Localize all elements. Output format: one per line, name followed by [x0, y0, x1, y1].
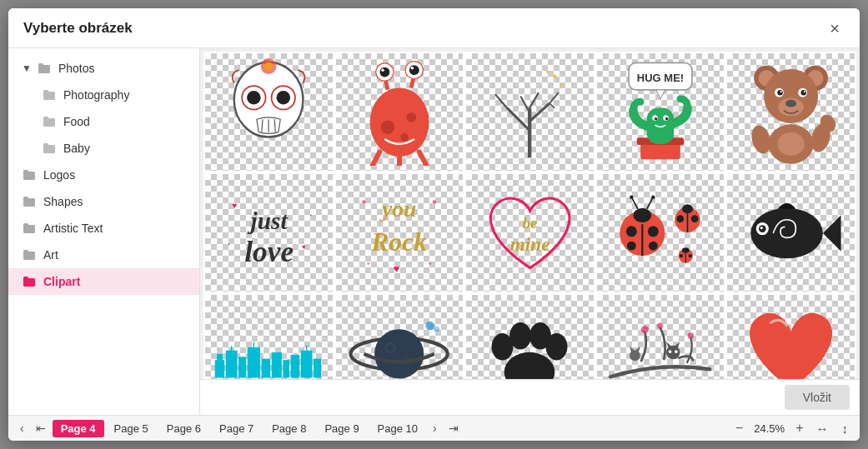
- svg-line-22: [372, 152, 379, 167]
- svg-point-132: [657, 322, 663, 328]
- image-cell-paw[interactable]: [464, 293, 595, 379]
- fit-page-button[interactable]: ↕: [837, 420, 854, 437]
- svg-point-137: [669, 350, 672, 353]
- image-cell-be-mine[interactable]: be mine: [464, 172, 595, 293]
- modal-footer: Vložit: [200, 379, 860, 415]
- svg-text:mine: mine: [510, 233, 550, 255]
- sidebar-clipart-label: Clipart: [43, 275, 80, 288]
- page-prev-button[interactable]: ‹: [15, 419, 29, 437]
- page-button-4[interactable]: Page 4: [53, 420, 104, 437]
- image-cell-planet[interactable]: [334, 293, 465, 379]
- folder-icon: [42, 141, 57, 156]
- image-cell-skull[interactable]: [203, 52, 334, 172]
- image-cell-you-rock[interactable]: you Rock ♥: [334, 172, 465, 293]
- svg-point-138: [675, 350, 678, 353]
- svg-line-33: [529, 92, 539, 107]
- image-cell-bear[interactable]: [725, 52, 856, 172]
- sidebar-baby-label: Baby: [63, 142, 90, 155]
- sidebar-art-label: Art: [43, 248, 58, 262]
- svg-text:love: love: [244, 236, 294, 268]
- page-button-8[interactable]: Page 8: [263, 420, 314, 437]
- svg-line-26: [507, 107, 529, 130]
- modal-title: Vyberte obrázek: [23, 20, 133, 37]
- svg-point-46: [665, 117, 668, 119]
- page-next-button[interactable]: ›: [428, 419, 442, 437]
- zoom-in-button[interactable]: +: [791, 419, 807, 437]
- image-cell-tree[interactable]: [464, 52, 595, 172]
- svg-point-3: [247, 90, 261, 104]
- svg-point-97: [682, 247, 690, 253]
- folder-icon: [22, 194, 37, 209]
- image-cell-fish[interactable]: [725, 172, 856, 293]
- image-cell-heart[interactable]: [725, 293, 856, 379]
- svg-rect-106: [214, 360, 223, 377]
- svg-point-21: [410, 67, 414, 70]
- svg-rect-112: [271, 352, 281, 378]
- sidebar-photography-label: Photography: [63, 88, 129, 102]
- sidebar-item-clipart[interactable]: Clipart: [8, 268, 199, 295]
- svg-point-88: [630, 195, 633, 198]
- zoom-area: − 24.5% + ↔ ↕: [731, 419, 853, 437]
- page-first-button[interactable]: ⇤: [31, 419, 51, 437]
- sidebar-item-food[interactable]: Food: [8, 108, 199, 135]
- svg-line-31: [549, 103, 554, 107]
- fit-width-button[interactable]: ↔: [811, 420, 834, 437]
- svg-rect-115: [300, 351, 312, 378]
- sidebar-artistic-text-label: Artistic Text: [43, 222, 103, 235]
- svg-point-9: [265, 62, 273, 69]
- svg-point-81: [634, 207, 652, 222]
- modal-close-button[interactable]: ×: [825, 18, 845, 38]
- svg-line-87: [631, 197, 638, 208]
- image-cell-ladybugs[interactable]: [595, 172, 726, 293]
- page-button-10[interactable]: Page 10: [369, 420, 426, 437]
- svg-text:just: just: [247, 207, 288, 234]
- content-area: HUG ME!: [200, 48, 860, 415]
- svg-rect-114: [290, 355, 299, 377]
- zoom-out-button[interactable]: −: [731, 419, 747, 437]
- page-button-7[interactable]: Page 7: [211, 420, 262, 437]
- page-last-button[interactable]: ⇥: [444, 419, 464, 437]
- insert-button[interactable]: Vložit: [785, 385, 850, 410]
- svg-point-61: [777, 132, 804, 155]
- sidebar-item-baby[interactable]: Baby: [8, 135, 199, 162]
- svg-point-11: [380, 120, 394, 134]
- svg-point-84: [648, 226, 659, 237]
- svg-rect-107: [217, 354, 223, 361]
- sidebar-item-photography[interactable]: Photography: [8, 82, 199, 108]
- svg-text:you: you: [379, 197, 416, 222]
- image-cell-cityscape[interactable]: [203, 293, 334, 379]
- page-button-6[interactable]: Page 6: [158, 420, 209, 437]
- folder-icon: [22, 247, 37, 262]
- svg-point-134: [666, 345, 680, 358]
- image-grid: HUG ME!: [200, 48, 860, 379]
- svg-line-24: [419, 152, 427, 167]
- sidebar-item-logos[interactable]: Logos: [8, 162, 199, 188]
- image-cell-branch[interactable]: [595, 293, 726, 379]
- zoom-level: 24.5%: [750, 422, 788, 435]
- folder-icon: [42, 87, 57, 102]
- svg-point-45: [655, 117, 657, 119]
- sidebar-item-art[interactable]: Art: [8, 242, 199, 268]
- svg-point-13: [400, 132, 408, 140]
- svg-point-76: [367, 262, 369, 265]
- svg-point-130: [546, 333, 568, 361]
- svg-line-29: [529, 103, 549, 122]
- svg-point-124: [426, 321, 435, 330]
- page-button-5[interactable]: Page 5: [106, 420, 157, 437]
- image-cell-cactus[interactable]: HUG ME!: [595, 52, 726, 172]
- svg-text:♥: ♥: [302, 243, 306, 251]
- sidebar-item-artistic-text[interactable]: Artistic Text: [8, 215, 199, 242]
- sidebar: ▼ Photos Photography Food: [8, 48, 200, 415]
- sidebar-item-photos[interactable]: ▼ Photos: [8, 55, 199, 82]
- modal-header: Vyberte obrázek ×: [8, 8, 860, 48]
- svg-line-30: [549, 92, 559, 103]
- svg-text:Rock: Rock: [370, 227, 427, 257]
- svg-point-94: [677, 215, 685, 222]
- image-cell-just-love[interactable]: just love ♥ ♥ • •: [203, 172, 334, 293]
- sidebar-photos-label: Photos: [58, 62, 95, 75]
- page-button-9[interactable]: Page 9: [316, 420, 367, 437]
- svg-point-77: [429, 262, 431, 265]
- svg-text:•: •: [309, 212, 311, 217]
- image-cell-monster[interactable]: [334, 52, 465, 172]
- sidebar-item-shapes[interactable]: Shapes: [8, 188, 199, 215]
